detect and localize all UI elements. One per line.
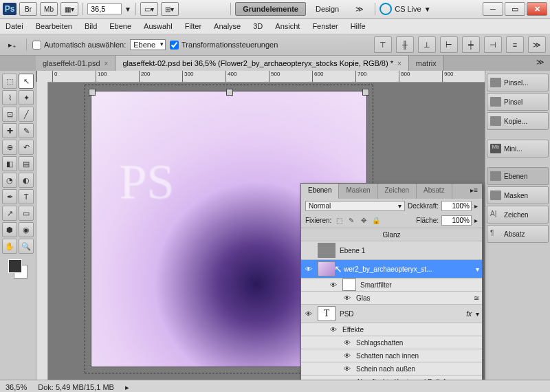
status-dok[interactable]: Dok: 5,49 MB/15,1 MB <box>38 383 114 391</box>
panel-menu-button[interactable]: ▸≡ <box>466 184 482 199</box>
menu-ebene[interactable]: Ebene <box>109 22 131 30</box>
lock-pixels-button[interactable]: ⬚ <box>334 216 344 226</box>
extras-button[interactable]: ▦▾ <box>60 2 78 16</box>
panel-kopie-button[interactable]: Kopie... <box>487 112 549 130</box>
layer-row-effect[interactable]: 👁Schein nach außen <box>301 362 482 375</box>
menu-hilfe[interactable]: Hilfe <box>351 22 366 30</box>
3d-tool[interactable]: ⬢ <box>2 222 17 237</box>
transform-handle[interactable] <box>89 89 96 96</box>
visibility-toggle[interactable]: 👁 <box>342 339 352 347</box>
layers-panel[interactable]: Ebenen Masken Zeichen Absatz ▸≡ Normal▾ … <box>300 183 483 392</box>
panel-zeichen-button[interactable]: A|Zeichen <box>487 206 549 224</box>
zoom-dropdown-icon[interactable]: ▼ <box>124 6 131 13</box>
transform-controls-checkbox[interactable]: Transformationssteuerungen <box>170 41 278 50</box>
visibility-toggle[interactable]: 👁 <box>342 365 352 373</box>
tab-masken[interactable]: Masken <box>339 184 377 199</box>
visibility-toggle[interactable]: 👁 <box>329 281 338 289</box>
fill-slider-icon[interactable]: ▸ <box>474 217 478 224</box>
status-zoom[interactable]: 36,5% <box>6 383 27 391</box>
panel-pinsel-preset-button[interactable]: Pinsel... <box>487 74 549 91</box>
lock-brush-button[interactable]: ✎ <box>346 216 356 226</box>
history-brush-tool[interactable]: ↶ <box>19 140 34 155</box>
type-tool[interactable]: T <box>19 189 34 204</box>
tab-glaseffekt-01[interactable]: glaseffekt-01.psd× <box>36 56 116 71</box>
maximize-button[interactable]: ▭ <box>505 2 525 16</box>
marquee-tool[interactable]: ⬚ <box>2 74 17 89</box>
workspace-more-button[interactable]: ≫ <box>349 3 371 16</box>
layer-row-glas[interactable]: 👁Glas≊ <box>301 292 482 305</box>
distribute-button[interactable]: ≡ <box>506 36 524 53</box>
blend-mode-dropdown[interactable]: Normal▾ <box>305 201 405 211</box>
align-left-button[interactable]: ⊢ <box>440 36 458 53</box>
visibility-toggle[interactable]: 👁 <box>342 352 352 360</box>
transform-handle[interactable] <box>362 89 369 96</box>
panel-absatz-button[interactable]: ¶Absatz <box>487 225 549 243</box>
lock-move-button[interactable]: ✥ <box>359 216 368 226</box>
shape-tool[interactable]: ▭ <box>19 206 34 221</box>
menu-fenster[interactable]: Fenster <box>312 22 338 30</box>
workspace-design-button[interactable]: Design <box>309 3 346 15</box>
panel-ebenen-button[interactable]: Ebenen <box>487 167 549 185</box>
cs-live-button[interactable]: CS Live▼ <box>380 3 430 15</box>
close-icon[interactable]: × <box>397 60 402 67</box>
panel-mini-bridge-button[interactable]: MbMini... <box>487 140 549 157</box>
transform-handle[interactable] <box>226 89 233 96</box>
opacity-input[interactable] <box>441 201 472 211</box>
hand-tool[interactable]: ✋ <box>2 239 17 254</box>
lock-all-button[interactable]: 🔒 <box>371 216 381 226</box>
tab-ebenen[interactable]: Ebenen <box>301 184 339 199</box>
tab-glaseffekt-02[interactable]: glaseffekt-02.psd bei 36,5% (Flower2_by_… <box>116 56 408 71</box>
layer-row[interactable]: 👁↖wer2_by_archaeopteryx_st...▾ <box>301 260 482 279</box>
zoom-tool[interactable]: 🔍 <box>19 239 34 254</box>
magic-wand-tool[interactable]: ✦ <box>19 90 34 105</box>
layer-row[interactable]: Ebene 1 <box>301 241 482 260</box>
align-hcenter-button[interactable]: ╪ <box>462 36 480 53</box>
brush-tool[interactable]: ✎ <box>19 123 34 138</box>
tab-overflow-button[interactable]: ≫ <box>531 56 550 71</box>
align-bottom-button[interactable]: ⊥ <box>418 36 436 53</box>
menu-bearbeiten[interactable]: Bearbeiten <box>36 22 72 30</box>
menu-auswahl[interactable]: Auswahl <box>144 22 173 30</box>
auto-select-checkbox[interactable]: Automatisch auswählen: <box>32 41 126 50</box>
crop-tool[interactable]: ⊡ <box>2 107 17 122</box>
workspace-grundelemente-button[interactable]: Grundelemente <box>235 2 306 16</box>
opacity-slider-icon[interactable]: ▸ <box>474 202 478 210</box>
panel-masken-button[interactable]: Masken <box>487 186 549 204</box>
menu-filter[interactable]: Filter <box>185 22 201 30</box>
close-button[interactable]: ✕ <box>527 2 547 16</box>
path-tool[interactable]: ↗ <box>2 206 17 221</box>
color-swatches[interactable] <box>8 259 28 279</box>
pen-tool[interactable]: ✒ <box>2 189 17 204</box>
panel-pinsel-button[interactable]: Pinsel <box>487 93 549 111</box>
tab-absatz[interactable]: Absatz <box>417 184 452 199</box>
bridge-button[interactable]: Br <box>19 2 37 16</box>
layer-row-effects[interactable]: 👁Effekte <box>301 323 482 336</box>
layer-row-smartfilter[interactable]: 👁Smartfilter <box>301 279 482 292</box>
align-top-button[interactable]: ⊤ <box>374 36 392 53</box>
layer-row[interactable]: 👁TPSDfx▾ <box>301 305 482 323</box>
current-tool-icon[interactable]: ▸₊ <box>4 39 21 51</box>
dodge-tool[interactable]: ◐ <box>19 173 34 188</box>
3d-camera-tool[interactable]: ◉ <box>19 222 34 237</box>
close-icon[interactable]: × <box>104 60 109 67</box>
gradient-tool[interactable]: ▤ <box>19 156 34 171</box>
visibility-toggle[interactable]: 👁 <box>329 326 338 334</box>
align-right-button[interactable]: ⊣ <box>484 36 502 53</box>
zoom-input[interactable] <box>87 3 122 14</box>
view-button[interactable]: ▭▾ <box>140 2 158 16</box>
layer-row-effect[interactable]: 👁Schlagschatten <box>301 336 482 349</box>
mini-bridge-button[interactable]: Mb <box>40 2 58 16</box>
menu-bild[interactable]: Bild <box>85 22 97 30</box>
lasso-tool[interactable]: ⌇ <box>2 90 17 105</box>
more-align-button[interactable]: ≫ <box>528 36 546 53</box>
visibility-toggle[interactable]: 👁 <box>304 265 314 273</box>
heal-tool[interactable]: ✚ <box>2 123 17 138</box>
layer-group-header[interactable]: Glanz <box>301 228 482 241</box>
move-tool[interactable]: ↖ <box>19 74 34 89</box>
stamp-tool[interactable]: ⊕ <box>2 140 17 155</box>
blur-tool[interactable]: ◔ <box>2 173 17 188</box>
auto-select-target-dropdown[interactable]: Ebene <box>130 39 166 50</box>
screen-mode-button[interactable]: ⊞▾ <box>161 2 179 16</box>
tab-matrix[interactable]: matrix <box>409 56 444 71</box>
menu-analyse[interactable]: Analyse <box>214 22 241 30</box>
